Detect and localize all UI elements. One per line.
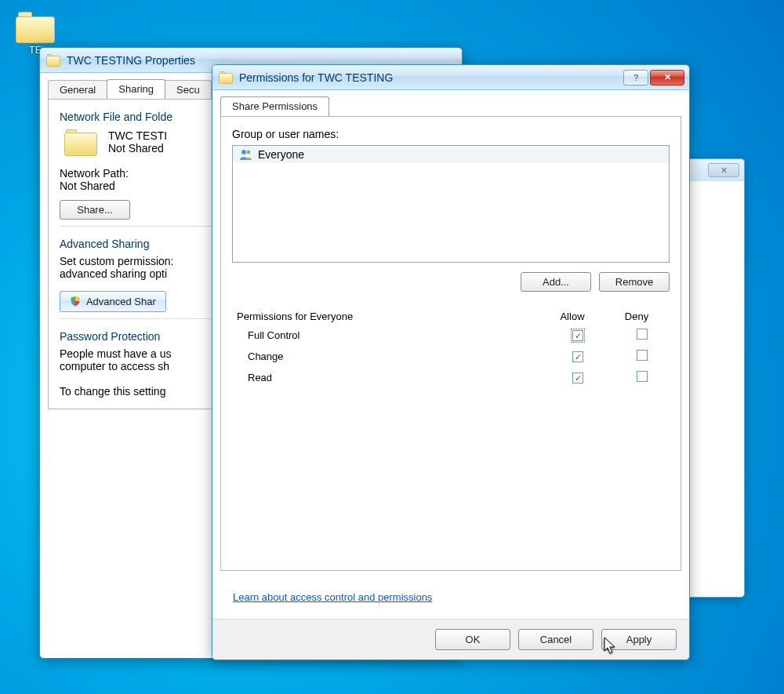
checkbox-change-deny[interactable] [637, 350, 648, 361]
list-item[interactable]: Everyone [233, 146, 669, 163]
group-names-label: Group or user names: [232, 128, 670, 140]
checkbox-read-deny[interactable] [637, 371, 648, 382]
user-label: Everyone [258, 148, 304, 161]
table-row: Full Control [234, 325, 668, 345]
cancel-button[interactable]: Cancel [518, 629, 593, 650]
background-close-button[interactable]: ✕ [708, 163, 739, 177]
table-row: Change [234, 347, 668, 366]
remove-button[interactable]: Remove [599, 272, 670, 292]
permissions-titlebar[interactable]: Permissions for TWC TESTING ? ✕ [212, 65, 689, 90]
checkbox-full-allow[interactable] [572, 330, 583, 341]
folder-icon [46, 54, 60, 67]
permissions-title: Permissions for TWC TESTING [236, 71, 623, 84]
checkbox-full-deny[interactable] [637, 329, 648, 340]
close-button[interactable]: ✕ [650, 70, 684, 85]
tab-security[interactable]: Secu [165, 80, 212, 99]
help-button[interactable]: ? [623, 70, 648, 85]
permissions-table: Permissions for Everyone Allow Deny Full… [232, 307, 670, 389]
perm-read-label: Read [234, 368, 539, 387]
perm-change-label: Change [234, 347, 539, 366]
learn-link[interactable]: Learn about access control and permissio… [233, 591, 432, 603]
user-listbox[interactable]: Everyone [232, 145, 670, 263]
add-button[interactable]: Add... [521, 272, 591, 292]
permissions-window: Permissions for TWC TESTING ? ✕ Share Pe… [212, 64, 690, 660]
tab-general[interactable]: General [48, 80, 107, 99]
col-allow: Allow [541, 309, 604, 324]
folder-name: TWC TESTI [108, 129, 167, 142]
perm-header: Permissions for Everyone [234, 309, 539, 324]
folder-icon [16, 12, 55, 43]
permissions-panel: Group or user names: Everyone Add... Rem… [220, 116, 681, 571]
apply-button[interactable]: Apply [601, 629, 677, 650]
tab-sharing[interactable]: Sharing [107, 79, 165, 99]
col-deny: Deny [605, 309, 668, 324]
ok-button[interactable]: OK [435, 629, 510, 650]
folder-status: Not Shared [108, 142, 167, 154]
svg-point-0 [241, 150, 246, 154]
advanced-sharing-label: Advanced Shar [86, 296, 156, 307]
people-icon [239, 148, 253, 161]
permissions-tabstrip: Share Permissions [212, 90, 689, 116]
folder-icon [64, 129, 97, 158]
dialog-buttons: OK Cancel Apply [212, 619, 689, 659]
table-row: Read [234, 368, 668, 387]
svg-point-1 [247, 151, 251, 154]
checkbox-change-allow[interactable] [572, 351, 583, 362]
share-button[interactable]: Share... [60, 200, 130, 220]
advanced-sharing-button[interactable]: Advanced Shar [60, 291, 166, 312]
perm-full-label: Full Control [234, 325, 539, 345]
folder-icon [219, 71, 233, 84]
shield-icon [70, 296, 81, 307]
checkbox-read-allow[interactable] [572, 372, 583, 383]
tab-share-permissions[interactable]: Share Permissions [220, 96, 329, 116]
